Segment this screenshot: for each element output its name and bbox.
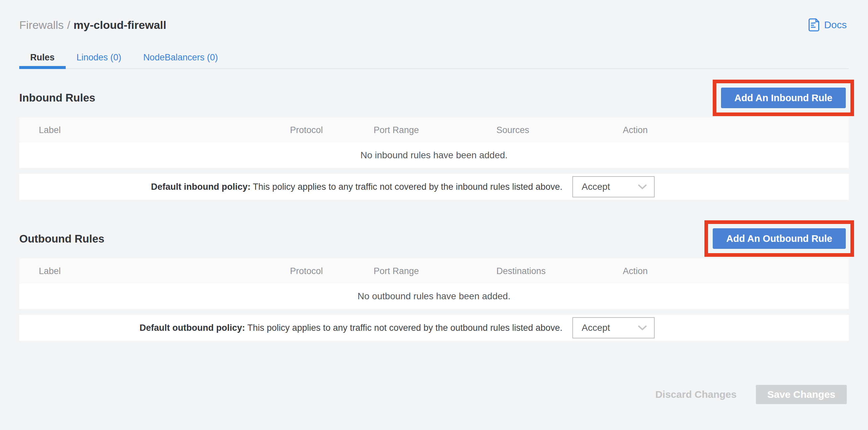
inbound-rules-table: Label Protocol Port Range Sources Action… [19, 118, 849, 200]
inbound-policy-description: Default inbound policy: This policy appl… [151, 182, 562, 192]
inbound-rules-heading: Inbound Rules [19, 90, 95, 105]
inbound-policy-selected-value: Accept [582, 182, 610, 192]
outbound-policy-help-text: This policy applies to any traffic not c… [245, 323, 562, 333]
outbound-policy-select[interactable]: Accept [572, 317, 655, 338]
inbound-empty-row: No inbound rules have been added. [19, 143, 849, 168]
outbound-rules-table: Label Protocol Port Range Destinations A… [19, 258, 849, 341]
inbound-policy-help-text: This policy applies to any traffic not c… [250, 182, 562, 192]
inbound-col-protocol: Protocol [290, 118, 323, 143]
outbound-col-action: Action [623, 258, 648, 284]
outbound-col-port-range: Port Range [374, 258, 419, 284]
outbound-table-header: Label Protocol Port Range Destinations A… [19, 258, 849, 284]
add-outbound-rule-button[interactable]: Add An Outbound Rule [713, 228, 846, 249]
outbound-col-protocol: Protocol [290, 258, 323, 284]
inbound-policy-select[interactable]: Accept [572, 176, 655, 197]
outbound-policy-row: Default outbound policy: This policy app… [19, 315, 849, 341]
outbound-col-destinations: Destinations [496, 258, 546, 284]
inbound-table-header: Label Protocol Port Range Sources Action [19, 118, 849, 143]
discard-changes-button[interactable]: Discard Changes [652, 389, 740, 400]
footer-actions: Discard Changes Save Changes [652, 385, 847, 404]
inbound-policy-row: Default inbound policy: This policy appl… [19, 174, 849, 200]
outbound-col-label: Label [39, 258, 61, 284]
inbound-col-port-range: Port Range [374, 118, 419, 143]
row-gap [19, 168, 849, 174]
chevron-down-icon [638, 325, 647, 331]
inbound-col-label: Label [39, 118, 61, 143]
firewall-detail-page: Firewalls / my-cloud-firewall Docs Rules… [0, 0, 868, 430]
highlight-box-inbound: Add An Inbound Rule [713, 80, 854, 116]
add-inbound-rule-button[interactable]: Add An Inbound Rule [721, 88, 846, 108]
inbound-col-action: Action [623, 118, 648, 143]
outbound-policy-selected-value: Accept [582, 322, 610, 333]
outbound-empty-row: No outbound rules have been added. [19, 284, 849, 309]
highlight-box-outbound: Add An Outbound Rule [705, 220, 854, 257]
inbound-policy-label: Default inbound policy: [151, 182, 250, 192]
inbound-col-sources: Sources [496, 118, 529, 143]
row-gap [19, 309, 849, 315]
outbound-rules-heading: Outbound Rules [19, 231, 104, 247]
save-changes-button[interactable]: Save Changes [756, 385, 847, 404]
chevron-down-icon [638, 184, 647, 190]
outbound-policy-label: Default outbound policy: [140, 323, 245, 333]
outbound-policy-description: Default outbound policy: This policy app… [140, 323, 562, 333]
